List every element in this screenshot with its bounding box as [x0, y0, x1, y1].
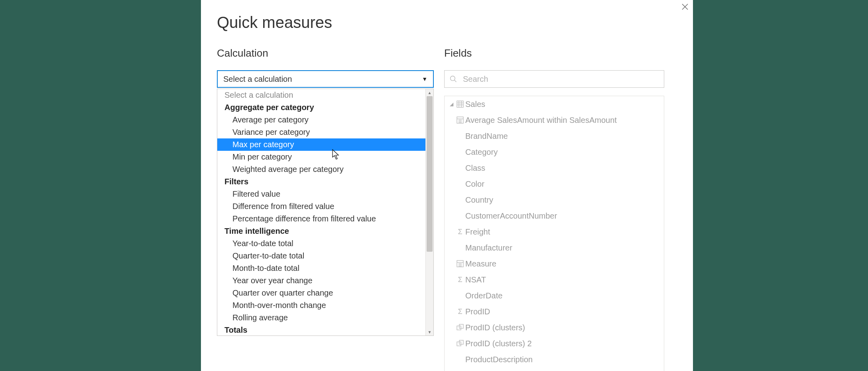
field-item[interactable]: ProdID (clusters): [445, 320, 664, 335]
dropdown-item[interactable]: Average per category: [217, 114, 425, 126]
expand-icon: ◢: [448, 101, 455, 107]
sigma-icon: Σ: [458, 228, 462, 236]
field-label: Class: [465, 164, 485, 173]
dropdown-item[interactable]: Month-to-date total: [217, 262, 425, 274]
dropdown-item[interactable]: Min per category: [217, 151, 425, 163]
dropdown-item[interactable]: Percentage difference from filtered valu…: [217, 213, 425, 225]
table-icon: [455, 101, 465, 108]
dropdown-placeholder[interactable]: Select a calculation: [217, 89, 425, 101]
calculation-label: Calculation: [217, 47, 268, 59]
dialog-title: Quick measures: [217, 14, 332, 32]
field-label: ProductDescription: [465, 355, 533, 364]
field-item[interactable]: Manufacturer: [445, 240, 664, 256]
field-item[interactable]: Category: [445, 144, 664, 160]
fields-search[interactable]: [444, 70, 664, 88]
field-label: ProdID (clusters): [465, 323, 525, 332]
dropdown-group-header: Time intelligence: [217, 225, 425, 237]
svg-line-3: [455, 80, 457, 82]
fields-label: Fields: [444, 47, 472, 59]
svg-rect-4: [457, 101, 463, 107]
measure-icon: [457, 260, 464, 267]
field-label: Measure: [465, 259, 496, 268]
sigma-icon: Σ: [458, 276, 462, 284]
quick-measures-dialog: Quick measures Calculation Fields Select…: [201, 0, 693, 371]
cluster-icon: [457, 324, 464, 331]
svg-rect-22: [459, 340, 463, 344]
search-icon: [449, 75, 457, 83]
dropdown-item[interactable]: Rolling average: [217, 312, 425, 324]
close-button[interactable]: [680, 2, 690, 12]
calculation-dropdown-list: Select a calculationAggregate per catego…: [217, 89, 425, 335]
field-item[interactable]: Color: [445, 176, 664, 192]
svg-rect-19: [457, 326, 461, 330]
field-item[interactable]: Average SalesAmount within SalesAmount: [445, 112, 664, 128]
dropdown-item[interactable]: Month-over-month change: [217, 299, 425, 312]
sigma-icon: Σ: [458, 308, 462, 316]
field-item[interactable]: ΣProdID: [445, 304, 664, 320]
field-item[interactable]: OrderDate: [445, 288, 664, 304]
field-label: CustomerAccountNumber: [465, 211, 557, 221]
field-label: Average SalesAmount within SalesAmount: [465, 116, 617, 125]
field-label: OrderDate: [465, 291, 502, 300]
measure-icon: [457, 116, 464, 124]
chevron-down-icon: ▼: [422, 76, 427, 82]
scrollbar-track[interactable]: ▲ ▼: [425, 89, 433, 335]
table-node-sales[interactable]: ◢ Sales: [445, 96, 664, 112]
scroll-up-button[interactable]: ▲: [426, 89, 433, 96]
field-item[interactable]: Class: [445, 160, 664, 176]
dropdown-item[interactable]: Difference from filtered value: [217, 200, 425, 213]
calculation-select[interactable]: Select a calculation ▼: [217, 70, 434, 88]
field-item[interactable]: ProductDescription: [445, 351, 664, 367]
dropdown-item[interactable]: Max per category: [217, 138, 425, 151]
field-item[interactable]: BrandName: [445, 128, 664, 144]
field-label: Country: [465, 195, 493, 205]
field-item[interactable]: ΣNSAT: [445, 272, 664, 288]
dropdown-group-header: Aggregate per category: [217, 101, 425, 114]
field-label: Freight: [465, 227, 490, 237]
dropdown-item[interactable]: Quarter over quarter change: [217, 287, 425, 299]
table-label: Sales: [465, 100, 485, 109]
dropdown-group-header: Filters: [217, 176, 425, 188]
field-label: ProdID (clusters) 2: [465, 339, 532, 348]
field-item[interactable]: Measure: [445, 256, 664, 272]
field-item[interactable]: ProdID (clusters) 2: [445, 335, 664, 351]
calculation-dropdown: Select a calculationAggregate per catego…: [217, 89, 434, 336]
dropdown-item[interactable]: Weighted average per category: [217, 163, 425, 176]
dropdown-item[interactable]: Year over year change: [217, 274, 425, 287]
fields-tree: ◢ Sales Average SalesAmount within Sales…: [444, 96, 664, 371]
dropdown-item[interactable]: Filtered value: [217, 188, 425, 200]
field-label: BrandName: [465, 132, 508, 141]
search-input[interactable]: [462, 74, 659, 84]
svg-rect-21: [457, 342, 461, 346]
field-item[interactable]: CustomerAccountNumber: [445, 208, 664, 224]
field-label: ProdID: [465, 307, 490, 316]
dropdown-item[interactable]: Variance per category: [217, 126, 425, 138]
scrollbar-thumb[interactable]: [427, 96, 433, 252]
field-item[interactable]: ΣFreight: [445, 224, 664, 240]
field-label: Manufacturer: [465, 243, 512, 253]
cluster-icon: [457, 340, 464, 347]
dropdown-item[interactable]: Quarter-to-date total: [217, 250, 425, 262]
scroll-down-button[interactable]: ▼: [426, 328, 433, 335]
calculation-select-value: Select a calculation: [223, 75, 292, 84]
dropdown-group-header: Totals: [217, 324, 425, 335]
field-label: NSAT: [465, 275, 486, 284]
close-icon: [682, 4, 688, 10]
svg-rect-20: [459, 324, 463, 328]
field-label: Color: [465, 180, 484, 189]
field-label: Category: [465, 148, 498, 157]
dropdown-item[interactable]: Year-to-date total: [217, 237, 425, 250]
svg-point-2: [451, 76, 455, 81]
field-item[interactable]: Country: [445, 192, 664, 208]
